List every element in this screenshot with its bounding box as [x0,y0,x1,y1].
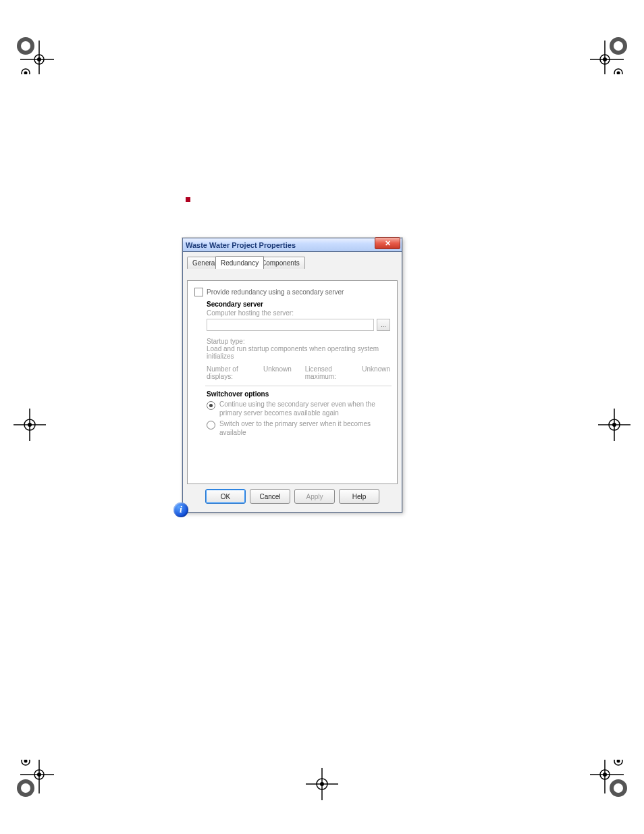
startup-type-value: Load and run startup components when ope… [207,345,390,360]
tab-redundancy[interactable]: Redundancy [215,256,264,269]
hosting-input[interactable] [207,319,374,331]
licensed-label: Licensed maximum: [305,365,353,380]
registration-mark [590,760,630,800]
provide-redundancy-row[interactable]: Provide redundancy using a secondary ser… [194,288,390,296]
browse-button[interactable]: ... [377,319,390,331]
divider [205,386,392,386]
licensed-value: Unknown [362,365,390,380]
info-icon: i [173,502,188,517]
switchover-heading: Switchover options [207,390,390,398]
close-button[interactable]: ✕ [375,237,400,249]
svg-point-6 [24,72,28,75]
cancel-button[interactable]: Cancel [250,489,290,504]
svg-point-4 [37,57,41,61]
title-bar[interactable]: Waste Water Project Properties ✕ [183,238,402,252]
registration-mark [14,34,54,74]
registration-mark [14,760,54,800]
registration-mark [590,34,630,74]
switchover-option-1[interactable]: Continue using the secondary server even… [207,400,390,417]
svg-point-20 [24,760,28,763]
tab-strip: General Redundancy Components [187,257,398,269]
registration-mark [598,409,630,441]
secondary-server-heading: Secondary server [207,301,390,308]
svg-point-7 [612,39,625,53]
tab-panel-redundancy: Provide redundancy using a secondary ser… [187,280,398,484]
switchover-option-2[interactable]: Switch over to the primary server when i… [207,420,390,437]
svg-point-35 [612,423,616,427]
dialog-body: General Redundancy Components Provide re… [183,252,402,512]
info-glyph: i [180,504,182,515]
switchover-radio-2[interactable] [207,421,215,429]
switchover-radio-1[interactable] [207,401,215,410]
switchover-label-2: Switch over to the primary server when i… [219,420,390,437]
registration-mark [14,409,46,441]
properties-dialog: Waste Water Project Properties ✕ General… [182,238,402,513]
svg-point-11 [603,57,607,61]
svg-point-21 [612,781,625,795]
provide-redundancy-label: Provide redundancy using a secondary ser… [207,288,344,296]
bullet-marker [186,197,190,202]
help-button[interactable]: Help [339,489,379,504]
registration-mark [306,768,338,800]
displays-label: Number of displays: [207,365,254,380]
svg-point-25 [603,773,607,777]
svg-point-0 [19,39,32,53]
displays-value: Unknown [263,365,292,380]
svg-point-27 [617,760,620,763]
startup-type-label: Startup type: [207,338,390,345]
apply-button[interactable]: Apply [294,489,335,504]
svg-point-31 [28,423,32,427]
svg-point-18 [37,773,41,777]
close-icon: ✕ [385,240,391,247]
svg-point-13 [617,72,620,75]
dialog-title: Waste Water Project Properties [186,241,296,249]
switchover-label-1: Continue using the secondary server even… [219,400,390,417]
hosting-label: Computer hosting the server: [207,309,390,317]
svg-point-14 [19,781,32,795]
dialog-button-row: OK Cancel Apply Help [187,484,398,509]
provide-redundancy-checkbox[interactable] [194,288,203,296]
ok-button[interactable]: OK [205,489,246,504]
svg-point-39 [320,782,324,786]
